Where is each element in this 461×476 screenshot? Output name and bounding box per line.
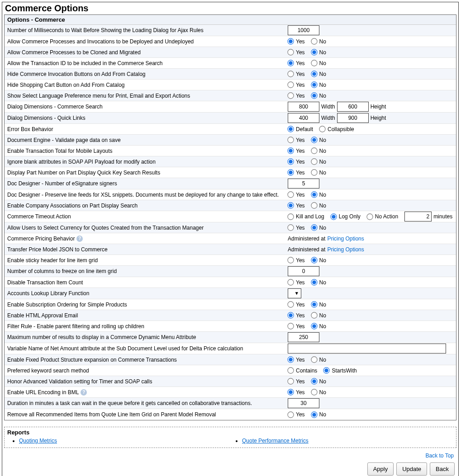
radio-hide-invoc-yes[interactable] [287, 71, 294, 77]
radio-sub-order-no[interactable] [311, 301, 317, 307]
opt-no: No [319, 192, 326, 198]
radio-disable-count-no[interactable] [311, 279, 317, 285]
link-quoting-metrics[interactable]: Quoting Metrics [19, 438, 57, 444]
label-lang-pref: Show Select Language Preference menu for… [7, 93, 288, 99]
row-preserve-lf: Doc Designer - Preserve line feeds for X… [5, 189, 456, 200]
radio-fixed-struct-yes[interactable] [287, 356, 294, 363]
radio-url-enc-no[interactable] [311, 389, 317, 395]
input-var-net[interactable] [288, 344, 446, 353]
back-button[interactable]: Back [430, 462, 455, 476]
radio-errbox-default[interactable] [287, 126, 294, 132]
radio-doc-eng-yes[interactable] [287, 137, 294, 143]
row-sel-currency: Allow Users to Select Currency for Quote… [5, 222, 456, 233]
radio-timeout-noaction[interactable] [366, 213, 373, 220]
radio-allow-txn-id-yes[interactable] [287, 60, 294, 66]
radio-hide-invoc-no[interactable] [311, 71, 317, 77]
radio-remove-rec-no[interactable] [311, 411, 317, 418]
radio-fixed-struct-no[interactable] [311, 356, 317, 363]
radio-html-approve-no[interactable] [311, 312, 317, 318]
radio-timeout-log[interactable] [330, 213, 337, 220]
radio-allow-txn-id-no[interactable] [311, 60, 317, 66]
radio-sub-order-yes[interactable] [287, 301, 294, 307]
radio-preserve-lf-no[interactable] [311, 191, 317, 198]
label-disable-count: Disable Transaction Item Count [7, 279, 288, 286]
opt-yes: Yes [296, 82, 305, 88]
input-timeout-minutes[interactable] [404, 212, 432, 222]
radio-sel-currency-no[interactable] [311, 224, 317, 231]
opt-default: Default [296, 126, 313, 132]
input-dlg-quick-width[interactable] [288, 113, 319, 123]
radio-html-approve-yes[interactable] [287, 312, 294, 318]
radio-kw-startswith[interactable] [323, 367, 330, 373]
radio-allow-clone-no[interactable] [311, 49, 317, 55]
radio-part-num-no[interactable] [311, 169, 317, 175]
radio-preserve-lf-yes[interactable] [287, 191, 294, 198]
label-allow-clone: Allow Commerce Processes to be Cloned an… [7, 49, 288, 56]
opt-no: No [319, 60, 326, 66]
link-pricing-options-2[interactable]: Pricing Options [327, 246, 364, 253]
update-button[interactable]: Update [396, 462, 427, 476]
radio-allow-deploy-yes[interactable] [287, 38, 294, 44]
label-fixed-struct: Enable Fixed Product Structure expansion… [7, 357, 288, 363]
row-txn-total: Enable Transaction Total for Mobile Layo… [5, 146, 456, 156]
radio-disable-count-yes[interactable] [287, 279, 294, 285]
label-ignore-blank: Ignore blank attributes in SOAP API Payl… [7, 159, 288, 165]
help-icon[interactable]: ? [81, 389, 87, 396]
radio-filter-rule-no[interactable] [311, 323, 317, 329]
radio-honor-adv-no[interactable] [311, 378, 317, 384]
radio-errbox-collapsible[interactable] [319, 126, 325, 132]
link-back-to-top[interactable]: Back to Top [426, 452, 454, 459]
radio-doc-eng-no[interactable] [311, 137, 317, 143]
radio-url-enc-yes[interactable] [287, 389, 294, 395]
radio-sticky-no[interactable] [311, 257, 317, 263]
radio-lang-pref-yes[interactable] [287, 92, 294, 99]
select-acct-lookup[interactable] [288, 288, 301, 298]
input-queue-wait[interactable] [288, 398, 319, 408]
help-icon[interactable]: ? [76, 236, 83, 242]
input-max-results[interactable] [288, 332, 319, 342]
radio-part-num-yes[interactable] [287, 169, 294, 175]
radio-hide-cart-no[interactable] [311, 81, 317, 88]
opt-yes: Yes [296, 323, 305, 330]
admin-prefix: Administered at [288, 236, 325, 242]
input-freeze-cols[interactable] [288, 266, 319, 276]
page-title: Commerce Options [4, 3, 456, 14]
input-esig[interactable] [288, 179, 319, 189]
input-dlg-quick-height[interactable] [337, 113, 369, 123]
radio-sel-currency-yes[interactable] [287, 224, 294, 231]
radio-hide-cart-yes[interactable] [287, 81, 294, 88]
radio-remove-rec-yes[interactable] [287, 411, 294, 418]
opt-yes: Yes [296, 60, 305, 66]
opt-yes: Yes [296, 49, 305, 56]
opt-no: No [319, 159, 326, 165]
input-dlg-search-height[interactable] [337, 102, 369, 112]
label-width: Width [321, 115, 335, 121]
radio-txn-total-no[interactable] [311, 147, 317, 154]
apply-button[interactable]: Apply [367, 462, 394, 476]
opt-yes: Yes [296, 192, 305, 198]
input-ms-wait[interactable] [288, 25, 319, 35]
row-queue-wait: Duration in minutes a task can wait in t… [5, 398, 456, 409]
radio-ignore-blank-no[interactable] [311, 158, 317, 165]
label-errbox: Error Box Behavior [7, 126, 288, 132]
radio-filter-rule-yes[interactable] [287, 323, 294, 329]
radio-allow-clone-yes[interactable] [287, 49, 294, 55]
opt-yes: Yes [296, 71, 305, 77]
radio-timeout-kill[interactable] [287, 213, 294, 220]
row-dlg-search: Dialog Dimensions - Commerce Search Widt… [5, 101, 456, 113]
radio-allow-deploy-no[interactable] [311, 38, 317, 44]
radio-txn-total-yes[interactable] [287, 147, 294, 154]
radio-lang-pref-no[interactable] [311, 92, 317, 99]
radio-kw-contains[interactable] [287, 367, 294, 373]
link-pricing-options[interactable]: Pricing Options [327, 236, 364, 242]
link-quote-performance-metrics[interactable]: Quote Performance Metrics [242, 438, 309, 444]
radio-ignore-blank-yes[interactable] [287, 158, 294, 165]
opt-no: No [319, 389, 326, 396]
radio-honor-adv-yes[interactable] [287, 378, 294, 384]
radio-company-assoc-yes[interactable] [287, 202, 294, 208]
radio-sticky-yes[interactable] [287, 257, 294, 263]
radio-company-assoc-no[interactable] [311, 202, 317, 208]
opt-no: No [319, 225, 326, 231]
input-dlg-search-width[interactable] [288, 102, 319, 112]
row-doc-eng: Document Engine - Validate page data on … [5, 135, 456, 146]
